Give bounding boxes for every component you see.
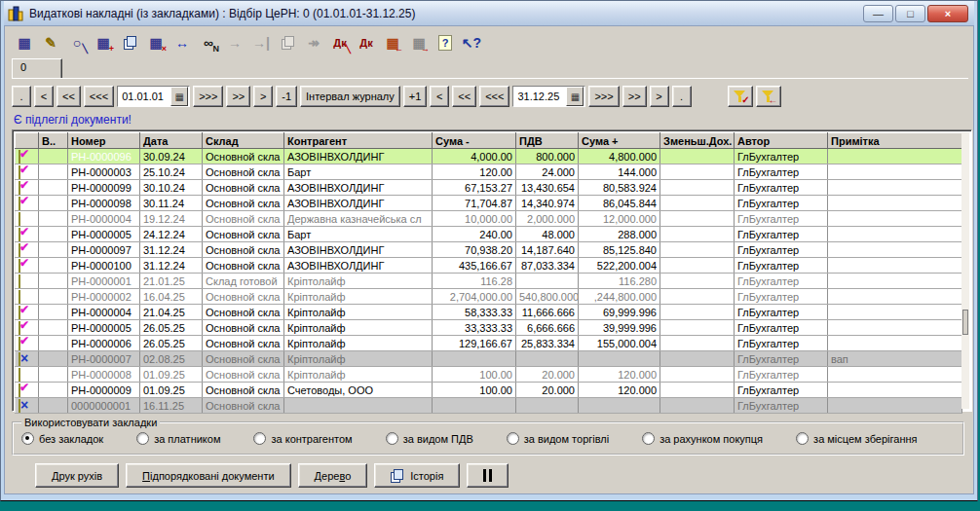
v-cell[interactable] bbox=[39, 180, 68, 196]
radio-icon[interactable] bbox=[21, 432, 34, 445]
nav2-prev-button[interactable]: < bbox=[430, 86, 449, 107]
radio-icon[interactable] bbox=[507, 432, 519, 445]
scrollbar-thumb[interactable] bbox=[962, 310, 968, 335]
cell-sum_plus[interactable] bbox=[579, 351, 660, 367]
table-row[interactable]: РН-000000801.09.25Основной склаКріптолай… bbox=[16, 367, 962, 383]
cell-sum_minus[interactable]: 4,000.00 bbox=[433, 149, 516, 164]
cell-sum_plus[interactable]: 69,999.996 bbox=[579, 305, 660, 320]
cell-num[interactable]: 0000000001 bbox=[68, 398, 140, 414]
cell-contragent[interactable] bbox=[284, 398, 433, 414]
cell-sum_plus[interactable]: ,244,800.000 bbox=[579, 289, 660, 305]
v-cell[interactable] bbox=[39, 367, 68, 383]
doc-state-cell[interactable] bbox=[16, 320, 39, 336]
cell-author[interactable]: ГлБухгалтер bbox=[735, 320, 828, 336]
radio-icon[interactable] bbox=[796, 432, 809, 445]
cell-sklad[interactable]: Основной скла bbox=[203, 367, 284, 383]
cell-pdv[interactable]: 11,666.666 bbox=[516, 305, 579, 320]
cell-zmensh[interactable] bbox=[660, 227, 735, 242]
table-row[interactable]: РН-000009630.09.24Основной склаАЗОВІНВХО… bbox=[16, 149, 962, 164]
cell-sklad[interactable]: Основной скла bbox=[203, 398, 284, 414]
doc-state-cell[interactable] bbox=[16, 383, 39, 398]
cell-pdv[interactable]: 20.000 bbox=[516, 383, 579, 398]
cell-sum_plus[interactable]: 120.000 bbox=[579, 367, 660, 383]
v-cell[interactable] bbox=[39, 196, 68, 211]
cell-zmensh[interactable] bbox=[660, 320, 735, 336]
cell-date[interactable]: 21.01.25 bbox=[140, 274, 203, 289]
cell-zmensh[interactable] bbox=[660, 336, 735, 351]
copy-sheets-icon[interactable] bbox=[117, 31, 142, 55]
table-row[interactable]: РН-000000121.01.25Склад готовойКріптолай… bbox=[16, 274, 962, 289]
cell-date[interactable]: 24.12.24 bbox=[140, 227, 203, 242]
nav-prev-fast-button[interactable]: << bbox=[57, 86, 81, 107]
cell-sum_minus[interactable]: 70,938.20 bbox=[433, 242, 516, 258]
doc-state-cell[interactable] bbox=[16, 336, 39, 351]
cell-sum_minus[interactable]: 435,166.67 bbox=[433, 258, 516, 274]
cell-sklad[interactable]: Основной скла bbox=[203, 305, 284, 320]
cell-contragent[interactable]: Кріптолайф bbox=[284, 289, 433, 305]
cell-note[interactable] bbox=[828, 398, 962, 414]
col-header-state[interactable] bbox=[16, 133, 39, 149]
cell-sklad[interactable]: Основной скла bbox=[203, 320, 284, 336]
cell-author[interactable]: ГлБухгалтер bbox=[735, 242, 828, 258]
cell-contragent[interactable]: Державна казначейська сл bbox=[284, 211, 433, 227]
tree-button[interactable]: Дерево bbox=[298, 463, 368, 488]
cell-author[interactable]: ГлБухгалтер bbox=[735, 258, 828, 274]
doc-state-cell[interactable] bbox=[16, 149, 39, 164]
bookmark-option-1[interactable]: за платником bbox=[136, 432, 220, 445]
doc-state-cell[interactable] bbox=[16, 274, 39, 289]
cell-date[interactable]: 31.12.24 bbox=[140, 258, 203, 274]
table-row[interactable]: РН-000009731.12.24Основной склаАЗОВІНВХО… bbox=[16, 242, 962, 258]
cell-author[interactable]: ГлБухгалтер bbox=[735, 336, 828, 351]
doc-state-cell[interactable] bbox=[16, 211, 39, 227]
cell-date[interactable]: 01.09.25 bbox=[140, 367, 203, 383]
cell-date[interactable]: 30.09.24 bbox=[140, 149, 203, 164]
v-cell[interactable] bbox=[39, 289, 68, 305]
bookmark-option-4[interactable]: за видом торгівлі bbox=[507, 432, 609, 445]
cell-note[interactable] bbox=[828, 320, 962, 336]
view-record-icon[interactable]: ○╲ bbox=[64, 31, 90, 55]
cell-pdv[interactable] bbox=[516, 398, 579, 414]
cell-num[interactable]: РН-0000002 bbox=[68, 289, 140, 305]
cell-note[interactable] bbox=[828, 149, 962, 164]
cell-sum_plus[interactable] bbox=[579, 398, 660, 414]
cell-contragent[interactable]: АЗОВІНВХОЛДИНГ bbox=[284, 242, 433, 258]
v-cell[interactable] bbox=[39, 351, 68, 367]
cell-num[interactable]: РН-0000099 bbox=[68, 180, 140, 196]
nav-prev-fastest-button[interactable]: <<< bbox=[84, 86, 114, 107]
cell-sum_minus[interactable] bbox=[433, 351, 516, 367]
nav-prev-button[interactable]: < bbox=[34, 86, 54, 107]
history-button[interactable]: Історія bbox=[374, 463, 460, 488]
cell-pdv[interactable]: 2,000.000 bbox=[516, 211, 579, 227]
close-button[interactable]: × bbox=[927, 5, 968, 22]
cell-contragent[interactable]: Кріптолайф bbox=[284, 274, 433, 289]
cell-num[interactable]: РН-0000098 bbox=[68, 196, 140, 211]
col-header-7[interactable]: ПДВ bbox=[516, 133, 579, 149]
col-header-6[interactable]: Сума - bbox=[433, 133, 516, 149]
cell-zmensh[interactable] bbox=[660, 242, 735, 258]
cell-num[interactable]: РН-0000004 bbox=[68, 211, 140, 227]
doc-state-cell[interactable] bbox=[16, 289, 39, 305]
v-cell[interactable] bbox=[39, 211, 68, 227]
cell-num[interactable]: РН-0000096 bbox=[68, 149, 140, 164]
cell-zmensh[interactable] bbox=[660, 258, 735, 274]
cell-pdv[interactable]: 20.000 bbox=[516, 367, 579, 383]
cell-date[interactable]: 26.05.25 bbox=[140, 336, 203, 351]
cell-pdv[interactable]: 6,666.666 bbox=[516, 320, 579, 336]
cell-pdv[interactable]: 540,800.000 bbox=[516, 289, 579, 305]
cell-zmensh[interactable] bbox=[660, 211, 735, 227]
date-to-field[interactable]: 31.12.25▦ bbox=[512, 86, 585, 107]
cell-contragent[interactable]: Счетоводы, ООО bbox=[284, 383, 433, 398]
cell-note[interactable] bbox=[828, 180, 962, 196]
date-to-value[interactable]: 31.12.25 bbox=[513, 91, 566, 102]
cell-sum_plus[interactable]: 522,200.004 bbox=[579, 258, 660, 274]
cell-author[interactable]: ГлБухгалтер bbox=[735, 289, 828, 305]
cell-note[interactable]: вап bbox=[828, 351, 962, 367]
table-row[interactable]: РН-000000419.12.24Основной склаДержавна … bbox=[16, 211, 962, 227]
cell-date[interactable]: 16.11.25 bbox=[140, 398, 203, 414]
cell-note[interactable] bbox=[828, 242, 962, 258]
bookmark-option-0[interactable]: без закладок bbox=[21, 432, 103, 445]
cell-num[interactable]: РН-0000007 bbox=[68, 351, 140, 367]
tab-0[interactable]: 0 bbox=[12, 58, 62, 78]
table-row[interactable]: 000000000116.11.25Основной склаГлБухгалт… bbox=[16, 398, 962, 414]
cell-num[interactable]: РН-0000097 bbox=[68, 242, 140, 258]
